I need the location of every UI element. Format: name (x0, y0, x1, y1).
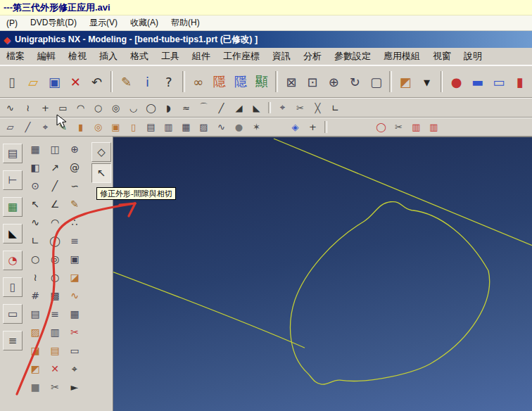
ring-icon[interactable]: ◯ (373, 120, 389, 135)
red-plate-two-icon[interactable]: ▥ (426, 120, 442, 135)
circle-tool-icon[interactable]: ○ (27, 251, 44, 267)
help-icon[interactable]: ? (159, 71, 179, 92)
divide-curve-icon[interactable]: ╳ (310, 100, 326, 115)
point-icon[interactable]: + (37, 100, 53, 115)
zoom-tool-icon[interactable]: ⊕ (66, 141, 83, 158)
nx-menu-item[interactable]: 插入 (93, 50, 124, 63)
card-icon[interactable]: ▭ (66, 342, 83, 359)
graphics-viewport[interactable] (113, 137, 532, 411)
spline-icon[interactable]: ≀ (20, 100, 36, 115)
dialog-pane-icon[interactable]: ▭ (3, 304, 23, 324)
spiral-icon[interactable]: @ (66, 159, 83, 176)
nx-menu-item[interactable]: 格式 (124, 50, 155, 63)
tutorials-icon[interactable]: ◣ (3, 224, 23, 244)
dropdown-arrow-icon[interactable]: ▾ (417, 71, 436, 92)
nx-menu-item[interactable]: 分析 (297, 50, 328, 63)
boxes-icon[interactable]: ▣ (66, 251, 83, 267)
hide-component-icon[interactable]: 隱 (210, 71, 229, 92)
pages-icon[interactable]: ▥ (46, 324, 63, 341)
sheet-one-icon[interactable]: ▤ (143, 120, 159, 135)
edit-curve-icon[interactable]: ⌖ (274, 100, 291, 115)
zoom-in-icon[interactable]: ⊕ (324, 71, 343, 92)
delete-small-icon[interactable]: ✕ (46, 360, 63, 377)
nx-menu-item[interactable]: 應用模組 (377, 50, 426, 63)
hide-others-icon[interactable]: 隱 (231, 71, 251, 92)
window-cascade-icon[interactable]: ▭ (489, 71, 509, 92)
spline-tool-icon[interactable]: ≀ (27, 269, 44, 286)
ruled-surface-icon[interactable]: ▨ (196, 120, 212, 135)
info-icon[interactable]: i (138, 71, 158, 92)
scissors-icon[interactable]: ✂ (46, 379, 63, 396)
polyline-icon[interactable]: ∠ (46, 196, 63, 213)
player-menu-item[interactable]: (P) (0, 18, 24, 28)
sheet-grid-icon[interactable]: ▦ (178, 120, 194, 135)
nx-menu-item[interactable]: 編輯 (31, 50, 62, 63)
trim-small-icon[interactable]: ✂ (66, 324, 83, 341)
list-pane-icon[interactable]: ≡ (3, 331, 23, 350)
sweep-icon[interactable]: ∿ (66, 287, 83, 304)
spreadsheet-icon[interactable]: ▦ (27, 141, 44, 158)
bridge-curve-icon[interactable]: ⌒ (196, 100, 212, 115)
oval-icon[interactable]: ○ (46, 269, 63, 286)
stack-icon[interactable]: ▤ (46, 342, 63, 359)
nx-menu-item[interactable]: 說明 (457, 50, 488, 63)
surface-icon[interactable]: ▨ (27, 324, 44, 341)
zoom-box-icon[interactable]: ⊡ (303, 71, 322, 92)
arc-end-icon[interactable]: ◡ (125, 100, 141, 115)
fillet-icon[interactable]: ◢ (231, 100, 247, 115)
cylinder-icon[interactable]: ▯ (125, 120, 141, 135)
arrow-ne-icon[interactable]: ↗ (46, 159, 63, 176)
datum-axis-icon[interactable]: ╱ (20, 120, 36, 135)
clock-icon[interactable]: ◔ (3, 251, 23, 270)
cube-edges-icon[interactable]: ◫ (46, 141, 63, 158)
ellipse-tool-icon[interactable]: ◯ (46, 232, 63, 249)
shade-icon[interactable]: ◩ (27, 360, 44, 377)
shaded-view-icon[interactable]: ◩ (395, 71, 415, 92)
player-menu-item[interactable]: 收藏(A) (124, 17, 165, 29)
nx-menu-item[interactable]: 資訊 (266, 50, 297, 63)
target-icon[interactable]: ⌖ (66, 360, 83, 377)
nx-titlebar[interactable]: ◆ Unigraphics NX - Modeling - [bend-tube… (0, 31, 532, 48)
curve-tool-icon[interactable]: ∿ (27, 214, 44, 231)
window-grid-icon[interactable]: ◈ (287, 120, 303, 135)
open-folder-icon[interactable]: ▱ (23, 71, 43, 92)
arrow-tool-icon[interactable]: ↖ (27, 196, 44, 213)
undo-icon[interactable]: ↶ (87, 71, 106, 92)
sphere-icon[interactable]: ● (231, 120, 247, 135)
nx-menu-item[interactable]: 檢視 (62, 50, 93, 63)
circle-icon[interactable]: ○ (90, 100, 106, 115)
magnifier-icon[interactable]: ⊙ (27, 177, 44, 194)
circle-center-icon[interactable]: ◎ (108, 100, 124, 115)
line-tool-icon[interactable]: ╱ (46, 177, 63, 194)
add-tool-icon[interactable]: + (305, 120, 321, 135)
flag-icon[interactable]: ► (66, 379, 83, 396)
sheet-two-icon[interactable]: ▥ (160, 120, 177, 135)
chamfer-icon[interactable]: ◣ (248, 100, 265, 115)
pen-icon[interactable]: ✎ (116, 71, 136, 92)
history-tree-icon[interactable]: ⊢ (3, 170, 23, 190)
new-file-icon[interactable]: ▯ (2, 71, 22, 92)
rectangle-icon[interactable]: ▭ (55, 100, 71, 115)
block-icon[interactable]: ▣ (108, 120, 124, 135)
solid-icon[interactable]: ■ (27, 379, 44, 396)
delete-icon[interactable]: ✕ (65, 71, 85, 92)
revolve-icon[interactable]: ◎ (90, 120, 106, 135)
datum-csys-icon[interactable]: ⌖ (37, 120, 53, 135)
ellipse-icon[interactable]: ◯ (143, 100, 159, 115)
arc-icon[interactable]: ◠ (72, 100, 89, 115)
offset-curve-icon[interactable]: ≈ (178, 100, 194, 115)
trim-curve-icon[interactable]: ✂ (292, 100, 308, 115)
window-tile-icon[interactable]: ▬ (468, 71, 488, 92)
line-icon[interactable]: ╱ (213, 100, 229, 115)
patch-icon[interactable]: ◪ (66, 269, 83, 286)
sheet-small-icon[interactable]: ▤ (27, 305, 44, 322)
arc-tool-icon[interactable]: ◠ (46, 214, 63, 231)
circle-two-icon[interactable]: ◎ (46, 251, 63, 267)
nx-menu-item[interactable]: 視窗 (426, 50, 457, 63)
grid-icon[interactable]: # (27, 287, 44, 304)
player-menu-item[interactable]: 帮助(H) (165, 17, 206, 29)
profile-icon[interactable]: ∿ (2, 100, 18, 115)
corner-icon[interactable]: ∟ (327, 100, 343, 115)
corner-tool-icon[interactable]: ∟ (27, 232, 44, 249)
notes-icon[interactable]: ▯ (3, 277, 23, 297)
